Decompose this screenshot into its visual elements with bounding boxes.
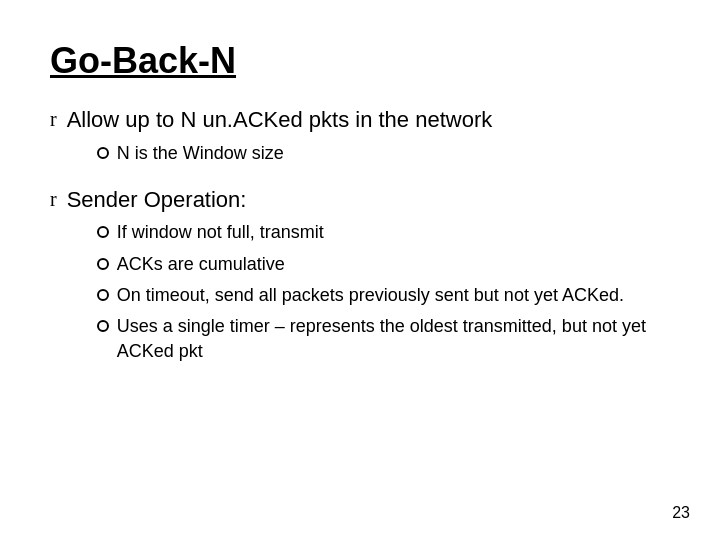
bullet-2-sub-4: Uses a single timer – represents the old…	[97, 314, 670, 364]
bullet-2: r Sender Operation: If window not full, …	[50, 186, 670, 371]
bullet-2-content: Sender Operation: If window not full, tr…	[67, 186, 670, 371]
bullet-1-sub-1-marker	[97, 147, 109, 159]
bullet-2-sub-4-text: Uses a single timer – represents the old…	[117, 314, 670, 364]
slide-title: Go-Back-N	[50, 40, 670, 82]
bullet-2-sub-2-text: ACKs are cumulative	[117, 252, 285, 277]
page-number: 23	[672, 504, 690, 522]
bullet-2-sub-2: ACKs are cumulative	[97, 252, 670, 277]
bullet-1-sub-bullets: N is the Window size	[97, 141, 493, 166]
slide-container: Go-Back-N r Allow up to N un.ACKed pkts …	[0, 0, 720, 540]
bullet-2-sub-1: If window not full, transmit	[97, 220, 670, 245]
bullet-2-sub-bullets: If window not full, transmit ACKs are cu…	[97, 220, 670, 364]
bullet-1-marker: r	[50, 108, 57, 131]
bullet-2-marker: r	[50, 188, 57, 211]
bullet-1-text: Allow up to N un.ACKed pkts in the netwo…	[67, 107, 493, 132]
bullet-1-sub-1-text: N is the Window size	[117, 141, 284, 166]
bullet-2-sub-1-marker	[97, 226, 109, 238]
bullet-1-content: Allow up to N un.ACKed pkts in the netwo…	[67, 106, 493, 172]
bullet-1-sub-1: N is the Window size	[97, 141, 493, 166]
bullet-2-sub-1-text: If window not full, transmit	[117, 220, 324, 245]
bullet-2-sub-4-marker	[97, 320, 109, 332]
bullet-2-sub-3-marker	[97, 289, 109, 301]
bullet-1: r Allow up to N un.ACKed pkts in the net…	[50, 106, 670, 172]
bullet-2-sub-2-marker	[97, 258, 109, 270]
bullet-2-sub-3: On timeout, send all packets previously …	[97, 283, 670, 308]
bullet-2-sub-3-text: On timeout, send all packets previously …	[117, 283, 624, 308]
bullet-2-text: Sender Operation:	[67, 187, 247, 212]
